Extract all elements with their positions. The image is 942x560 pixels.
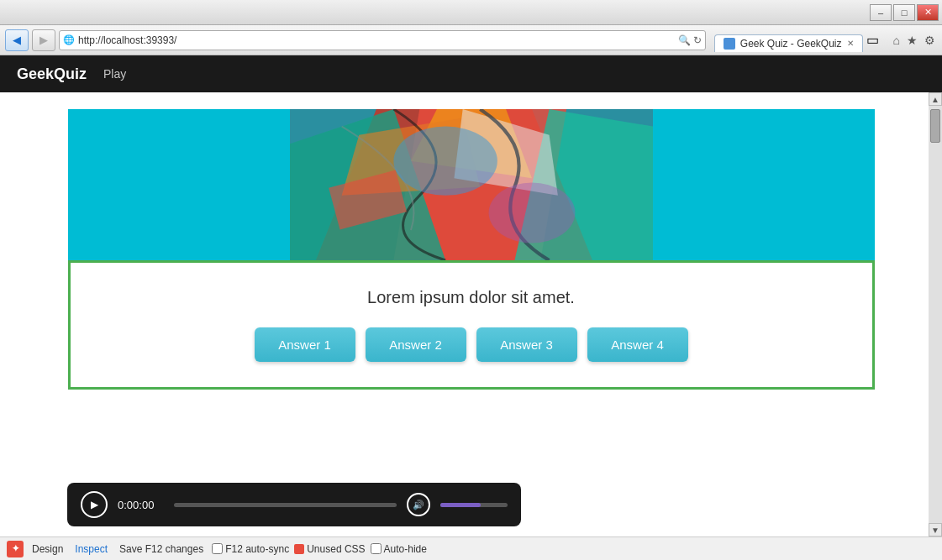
tab-label: Geek Quiz - GeekQuiz [740,38,842,50]
favorites-icon[interactable]: ★ [905,32,919,49]
answer-button-2[interactable]: Answer 2 [366,327,466,362]
nav-play-link[interactable]: Play [103,67,126,81]
forward-button[interactable]: ▶ [32,29,55,51]
navigation-bar: ◀ ▶ 🌐 http://localhost:39393/ 🔍 ↻ Geek Q… [0,25,942,55]
refresh-icon[interactable]: ↻ [693,34,702,46]
browser-window: – □ ✕ ◀ ▶ 🌐 http://localhost:39393/ 🔍 ↻ … [0,0,942,560]
dev-tools-logo: ✦ [7,541,24,557]
quiz-image [68,109,875,260]
dev-toolbar: ✦ Design Inspect Save F12 changes F12 au… [0,536,942,560]
answer-button-4[interactable]: Answer 4 [587,327,688,362]
auto-hide-input[interactable] [371,543,382,554]
answer-button-3[interactable]: Answer 3 [476,327,577,362]
address-bar[interactable]: 🌐 http://localhost:39393/ 🔍 ↻ [59,30,706,50]
question-text: Lorem ipsum dolor sit amet. [367,288,575,307]
address-icons: 🔍 ↻ [678,34,702,46]
f12-autosync-checkbox[interactable]: F12 auto-sync [212,543,289,555]
scrollbar[interactable]: ▲ ▼ [929,92,942,536]
time-display: 0:00:00 [118,499,164,511]
close-button[interactable]: ✕ [917,4,939,21]
back-button[interactable]: ◀ [5,29,29,51]
volume-track[interactable] [440,503,508,507]
scroll-up-arrow[interactable]: ▲ [929,92,942,106]
progress-track[interactable] [174,503,397,507]
address-text: http://localhost:39393/ [78,34,675,46]
search-icon[interactable]: 🔍 [678,34,691,46]
answer-button-1[interactable]: Answer 1 [255,327,355,362]
scrollbar-thumb[interactable] [930,109,940,143]
f12-autosync-input[interactable] [212,543,223,554]
tab-close-button[interactable]: ✕ [847,39,854,48]
title-bar-buttons: – □ ✕ [870,4,939,21]
settings-icon[interactable]: ⚙ [923,32,937,49]
unused-css[interactable]: Unused CSS [294,543,365,555]
tab-bar: Geek Quiz - GeekQuiz ✕ [714,29,863,52]
volume-fill [440,503,481,507]
scroll-down-arrow[interactable]: ▼ [929,523,942,536]
minimize-button[interactable]: – [870,4,892,21]
toolbar-icons: ⌂ ★ ⚙ [892,32,937,49]
auto-hide-checkbox[interactable]: Auto-hide [371,543,427,555]
maximize-button[interactable]: □ [893,4,915,21]
volume-button[interactable]: 🔊 [407,493,430,516]
media-player: ▶ 0:00:00 🔊 [67,483,521,526]
auto-hide-label: Auto-hide [384,543,427,555]
address-lock-icon: 🌐 [63,34,75,45]
unused-css-label: Unused CSS [307,543,365,555]
design-button[interactable]: Design [29,542,66,557]
save-f12-button[interactable]: Save F12 changes [116,542,207,557]
inspect-button[interactable]: Inspect [71,542,111,557]
page-content: GeekQuiz Play [0,55,942,560]
unused-css-badge-icon [294,544,304,554]
f12-autosync-label: F12 auto-sync [225,543,289,555]
quiz-image-section [68,109,875,260]
title-bar: – □ ✕ [0,0,942,25]
tab-favicon [724,38,735,50]
play-button[interactable]: ▶ [81,491,108,518]
home-icon[interactable]: ⌂ [892,32,902,49]
answers-row: Answer 1 Answer 2 Answer 3 Answer 4 [255,327,688,362]
svg-point-8 [393,127,497,196]
browser-tab[interactable]: Geek Quiz - GeekQuiz ✕ [714,34,863,52]
app-navbar: GeekQuiz Play [0,55,942,92]
new-tab-button[interactable]: ▭ [866,32,883,48]
app-brand[interactable]: GeekQuiz [17,65,87,83]
quiz-question-section: Lorem ipsum dolor sit amet. Answer 1 Ans… [68,260,875,390]
svg-point-9 [488,182,575,243]
